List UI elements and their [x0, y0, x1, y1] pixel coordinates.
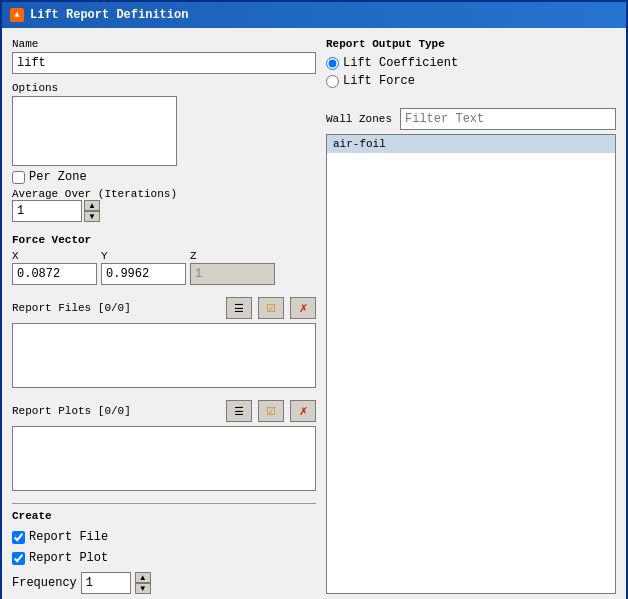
check2-icon: ☑ — [266, 405, 276, 418]
avg-over-label: Average Over (Iterations) — [12, 188, 316, 200]
report-plots-check-btn[interactable]: ☑ — [258, 400, 284, 422]
right-panel: Report Output Type Lift Coefficient Lift… — [326, 38, 616, 594]
options-label: Options — [12, 82, 316, 94]
frequency-row: Frequency ▲ ▼ — [12, 572, 316, 594]
force-vector-label: Force Vector — [12, 234, 316, 246]
delete2-icon: ✗ — [299, 405, 308, 418]
report-plot-checkbox[interactable] — [12, 552, 25, 565]
z-input — [190, 263, 275, 285]
report-plots-header: Report Plots [0/0] ☰ ☑ ✗ — [12, 400, 316, 422]
avg-over-spinner: ▲ ▼ — [84, 200, 100, 222]
z-label: Z — [190, 250, 275, 262]
name-label: Name — [12, 38, 316, 50]
lift-coefficient-row: Lift Coefficient — [326, 56, 616, 70]
avg-over-row: ▲ ▼ — [12, 200, 316, 222]
lift-force-row: Lift Force — [326, 74, 616, 88]
report-plots-section: Report Plots [0/0] ☰ ☑ ✗ — [12, 400, 316, 491]
content-area: Name Options Per Zone Average Over (Iter… — [2, 28, 626, 599]
wall-zones-section: Wall Zones air-foil — [326, 108, 616, 594]
per-zone-row: Per Zone — [12, 170, 316, 184]
options-box — [12, 96, 177, 166]
window-title: Lift Report Definition — [30, 8, 188, 22]
wall-zones-list: air-foil — [326, 134, 616, 594]
z-col: Z — [190, 250, 275, 285]
report-files-delete-btn[interactable]: ✗ — [290, 297, 316, 319]
spinner-up-btn[interactable]: ▲ — [84, 200, 100, 211]
report-files-label: Report Files [0/0] — [12, 302, 220, 314]
create-options: Report File Report Plot Frequency ▲ ▼ — [12, 526, 316, 594]
delete-icon: ✗ — [299, 302, 308, 315]
lift-coefficient-radio[interactable] — [326, 57, 339, 70]
per-zone-label: Per Zone — [29, 170, 87, 184]
window-icon: ▲ — [10, 8, 24, 22]
list-icon: ☰ — [234, 302, 244, 315]
options-section: Options Per Zone Average Over (Iteration… — [12, 82, 316, 222]
report-output-type-section: Report Output Type Lift Coefficient Lift… — [326, 38, 616, 92]
report-files-check-btn[interactable]: ☑ — [258, 297, 284, 319]
frequency-spinner: ▲ ▼ — [135, 572, 151, 594]
x-input[interactable] — [12, 263, 97, 285]
freq-down-btn[interactable]: ▼ — [135, 583, 151, 594]
left-panel: Name Options Per Zone Average Over (Iter… — [12, 38, 316, 594]
report-plots-delete-btn[interactable]: ✗ — [290, 400, 316, 422]
force-vector-section: Force Vector X Y Z — [12, 234, 316, 285]
report-plots-list — [12, 426, 316, 491]
report-files-list-btn[interactable]: ☰ — [226, 297, 252, 319]
report-files-list — [12, 323, 316, 388]
report-file-row: Report File — [12, 530, 316, 544]
report-plots-label: Report Plots [0/0] — [12, 405, 220, 417]
name-input[interactable] — [12, 52, 316, 74]
x-label: X — [12, 250, 97, 262]
report-plot-row: Report Plot — [12, 551, 316, 565]
lift-force-label: Lift Force — [343, 74, 415, 88]
wall-zone-item[interactable]: air-foil — [327, 135, 615, 153]
xyz-row: X Y Z — [12, 250, 316, 285]
title-bar: ▲ Lift Report Definition — [2, 2, 626, 28]
main-window: ▲ Lift Report Definition Name Options Pe… — [0, 0, 628, 599]
report-files-section: Report Files [0/0] ☰ ☑ ✗ — [12, 297, 316, 388]
y-input[interactable] — [101, 263, 186, 285]
wall-zones-label: Wall Zones — [326, 113, 392, 125]
create-label: Create — [12, 510, 316, 522]
frequency-label: Frequency — [12, 576, 77, 590]
per-zone-checkbox[interactable] — [12, 171, 25, 184]
create-section: Create Report File Report Plot Frequency — [12, 503, 316, 594]
report-output-title: Report Output Type — [326, 38, 616, 50]
y-col: Y — [101, 250, 186, 285]
report-files-header: Report Files [0/0] ☰ ☑ ✗ — [12, 297, 316, 319]
lift-coefficient-label: Lift Coefficient — [343, 56, 458, 70]
freq-up-btn[interactable]: ▲ — [135, 572, 151, 583]
report-plot-label: Report Plot — [29, 551, 108, 565]
x-col: X — [12, 250, 97, 285]
y-label: Y — [101, 250, 186, 262]
lift-force-radio[interactable] — [326, 75, 339, 88]
report-file-checkbox[interactable] — [12, 531, 25, 544]
list2-icon: ☰ — [234, 405, 244, 418]
check-icon: ☑ — [266, 302, 276, 315]
report-plots-list-btn[interactable]: ☰ — [226, 400, 252, 422]
wall-zones-filter[interactable] — [400, 108, 616, 130]
frequency-input[interactable] — [81, 572, 131, 594]
avg-over-input[interactable] — [12, 200, 82, 222]
name-section: Name — [12, 38, 316, 74]
spinner-down-btn[interactable]: ▼ — [84, 211, 100, 222]
report-file-label: Report File — [29, 530, 108, 544]
wall-zones-header: Wall Zones — [326, 108, 616, 130]
